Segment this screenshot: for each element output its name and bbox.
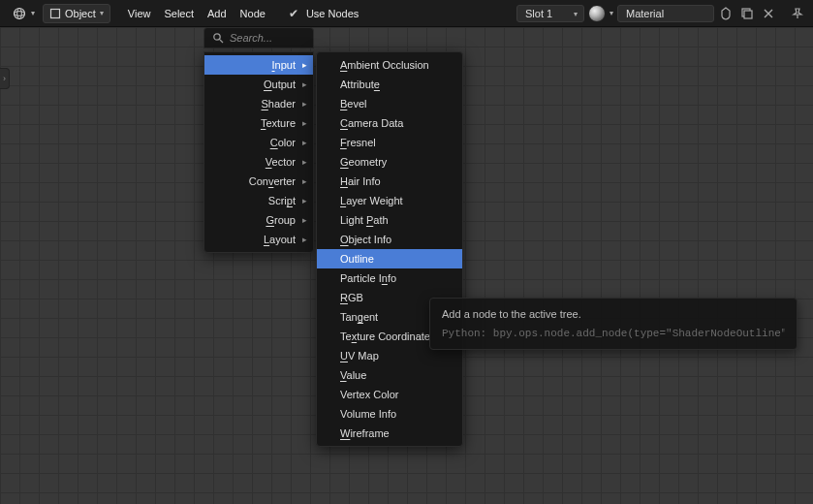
chevron-right-icon: ▸ [302, 157, 307, 167]
svg-rect-3 [51, 9, 60, 17]
menu-category-input[interactable]: Input▸ [204, 55, 313, 75]
menu-select[interactable]: Select [158, 5, 200, 22]
menu-item-label: Vertex Color [340, 389, 399, 400]
node-item-volume-info[interactable]: Volume Info [317, 404, 462, 424]
node-item-attribute[interactable]: Attribute [317, 75, 462, 94]
chevron-right-icon: ▸ [302, 60, 307, 70]
menu-node[interactable]: Node [235, 5, 271, 22]
slot-select[interactable]: Slot 1 ▾ [516, 5, 584, 22]
menu-item-label: Camera Data [340, 117, 403, 129]
menu-item-label: Input [272, 59, 296, 71]
chevron-right-icon: ▸ [302, 235, 307, 244]
tooltip-python: Python: bpy.ops.node.add_node(type="Shad… [442, 328, 785, 339]
material-browse[interactable]: ▾ [586, 3, 615, 24]
menu-category-texture[interactable]: Texture▸ [204, 113, 313, 133]
node-item-value[interactable]: Value [317, 365, 462, 385]
svg-point-2 [15, 11, 25, 16]
menu-item-label: Tangent [340, 311, 378, 323]
tooltip-title: Add a node to the active tree. [442, 308, 785, 320]
menu-item-label: Hair Info [340, 175, 381, 187]
chevron-down-icon: ▾ [100, 9, 104, 17]
menu-item-label: Particle Info [340, 272, 396, 284]
sphere-icon [12, 6, 27, 21]
search-input[interactable] [230, 32, 364, 44]
slot-label: Slot 1 [525, 8, 552, 19]
menu-item-label: Ambient Occlusion [340, 59, 429, 71]
header-bar: ▾ Object ▾ View Select Add Node ✔ Use No… [0, 0, 813, 27]
node-item-bevel[interactable]: Bevel [317, 94, 462, 113]
chevron-down-icon: ▾ [31, 9, 35, 17]
material-name-field[interactable]: Material [617, 5, 714, 22]
menu-item-label: Light Path [340, 214, 389, 226]
menu-item-label: Geometry [340, 156, 387, 168]
svg-point-6 [214, 34, 220, 40]
menu-category-converter[interactable]: Converter▸ [204, 172, 313, 191]
chevron-right-icon: ▸ [302, 215, 307, 225]
tooltip: Add a node to the active tree. Python: b… [429, 298, 797, 350]
node-item-outline[interactable]: Outline [317, 249, 462, 268]
side-panel-toggle[interactable]: › [0, 68, 10, 89]
node-item-ambient-occlusion[interactable]: Ambient Occlusion [317, 55, 462, 75]
chevron-right-icon: ▸ [302, 138, 307, 147]
editor-type-dropdown[interactable]: ▾ [6, 3, 41, 24]
node-item-fresnel[interactable]: Fresnel [317, 133, 462, 152]
add-node-input-submenu: Ambient OcclusionAttributeBevelCamera Da… [316, 51, 463, 447]
menu-item-label: Converter [249, 175, 296, 187]
menu-category-script[interactable]: Script▸ [204, 191, 313, 210]
add-menu-search[interactable] [203, 27, 314, 48]
chevron-down-icon: ▾ [610, 9, 613, 17]
menu-item-label: Attribute [340, 79, 380, 90]
menu-item-label: Object Info [340, 234, 391, 245]
fake-user-toggle[interactable] [716, 4, 735, 23]
node-item-object-info[interactable]: Object Info [317, 230, 462, 249]
menu-item-label: Layer Weight [340, 195, 403, 206]
menu-item-label: Vector [266, 156, 296, 168]
menu-category-color[interactable]: Color▸ [204, 133, 313, 152]
menu-item-label: Script [268, 195, 296, 206]
unlink-material-button[interactable] [759, 4, 778, 23]
menu-item-label: Group [266, 214, 296, 226]
menu-item-label: Shader [262, 98, 296, 110]
chevron-down-icon: ▾ [574, 10, 578, 18]
menu-item-label: Texture Coordinate [340, 331, 430, 342]
menu-item-label: Wireframe [340, 427, 390, 439]
new-material-button[interactable] [737, 4, 757, 23]
chevron-right-icon: ▸ [302, 176, 307, 186]
menu-item-label: UV Map [340, 350, 379, 362]
material-sphere-icon [588, 5, 606, 22]
object-mode-icon [49, 8, 61, 19]
menu-item-label: Outline [340, 253, 374, 265]
menu-category-group[interactable]: Group▸ [204, 210, 313, 230]
svg-point-1 [17, 8, 22, 18]
node-item-camera-data[interactable]: Camera Data [317, 113, 462, 133]
use-nodes-toggle[interactable]: ✔ Use Nodes [283, 4, 364, 23]
chevron-right-icon: ▸ [302, 118, 307, 128]
menu-item-label: Fresnel [340, 137, 376, 148]
mode-dropdown[interactable]: Object ▾ [43, 4, 110, 23]
menu-category-layout[interactable]: Layout▸ [204, 230, 313, 249]
menu-add[interactable]: Add [202, 5, 233, 22]
menu-item-label: RGB [340, 292, 363, 303]
add-node-menu: Input▸Output▸Shader▸Texture▸Color▸Vector… [203, 51, 314, 253]
svg-point-0 [15, 8, 25, 18]
menu-category-shader[interactable]: Shader▸ [204, 94, 313, 113]
mode-label: Object [65, 8, 96, 19]
node-item-particle-info[interactable]: Particle Info [317, 268, 462, 288]
menu-item-label: Color [270, 137, 296, 148]
node-item-wireframe[interactable]: Wireframe [317, 424, 462, 443]
pin-button[interactable] [788, 4, 807, 23]
menu-category-vector[interactable]: Vector▸ [204, 152, 313, 172]
node-item-geometry[interactable]: Geometry [317, 152, 462, 172]
svg-rect-5 [744, 11, 752, 18]
menu-item-label: Texture [261, 117, 296, 129]
node-item-vertex-color[interactable]: Vertex Color [317, 385, 462, 404]
menu-item-label: Value [340, 369, 366, 381]
check-icon: ✔ [289, 7, 298, 20]
chevron-right-icon: › [3, 74, 6, 83]
menu-view[interactable]: View [122, 5, 157, 22]
menu-category-output[interactable]: Output▸ [204, 75, 313, 94]
node-item-hair-info[interactable]: Hair Info [317, 172, 462, 191]
node-item-light-path[interactable]: Light Path [317, 210, 462, 230]
menu-item-label: Bevel [340, 98, 367, 110]
node-item-layer-weight[interactable]: Layer Weight [317, 191, 462, 210]
